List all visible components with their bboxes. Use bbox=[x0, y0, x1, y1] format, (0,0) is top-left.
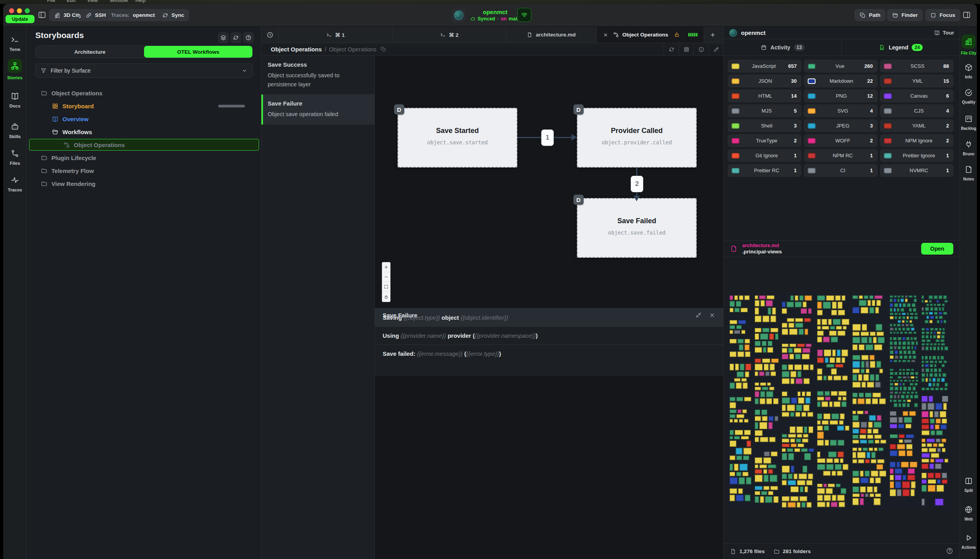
sidebar-item-docs[interactable]: Docs bbox=[3, 91, 27, 108]
right-rail-item-quality[interactable]: Quality bbox=[960, 87, 977, 104]
table-view-button[interactable] bbox=[679, 43, 693, 56]
menubar-item-view[interactable]: View bbox=[87, 0, 98, 3]
legend-item-svg[interactable]: SVG4 bbox=[804, 104, 878, 117]
right-rail-item-split[interactable]: Split bbox=[960, 476, 977, 493]
close-button[interactable] bbox=[9, 8, 14, 13]
legend-item-nvmrc[interactable]: NVMRC1 bbox=[880, 164, 954, 177]
menubar-item-window[interactable]: Window bbox=[110, 0, 128, 3]
session-icon[interactable] bbox=[261, 27, 279, 43]
sidebar-item-skills[interactable]: Skills bbox=[3, 122, 27, 139]
copy-icon[interactable] bbox=[380, 46, 386, 52]
right-rail-item-notes[interactable]: Notes bbox=[960, 164, 977, 181]
right-rail-item-actions[interactable]: Actions bbox=[960, 533, 977, 550]
zoom-button[interactable] bbox=[25, 8, 30, 13]
tour-button[interactable]: Tour bbox=[934, 30, 954, 36]
breadcrumb-secondary[interactable]: Object Operations bbox=[329, 46, 376, 53]
legend-item-cjs[interactable]: CJS4 bbox=[880, 104, 954, 117]
selected-file-card[interactable]: architecture.md .principal-views Open bbox=[724, 240, 960, 257]
legend-item-npm-ignore[interactable]: NPM Ignore2 bbox=[880, 134, 954, 147]
menubar-item-file[interactable]: File bbox=[47, 0, 55, 3]
tab-legend[interactable]: Legend 24 bbox=[842, 39, 960, 55]
connection-button[interactable] bbox=[517, 8, 531, 22]
menubar-item-edit[interactable]: Edit bbox=[67, 0, 76, 3]
legend-item-git-ignore[interactable]: Git Ignore1 bbox=[728, 149, 801, 162]
legend-item-jpeg[interactable]: JPEG3 bbox=[804, 119, 878, 132]
finder-button[interactable]: Finder bbox=[887, 9, 923, 21]
panel-right-toggle-icon[interactable] bbox=[962, 11, 971, 19]
sidebar-item-traces[interactable]: Traces bbox=[3, 175, 27, 192]
editor-tab--1[interactable]: ⌘ 1 bbox=[279, 27, 392, 43]
legend-item-html[interactable]: HTML14 bbox=[728, 89, 801, 102]
legend-item-markdown[interactable]: Markdown22 bbox=[804, 75, 878, 87]
zoom-out-button[interactable] bbox=[382, 272, 390, 282]
sidebar-item-term[interactable]: Term bbox=[3, 35, 27, 52]
editor-tab-architecture-md[interactable]: architecture.md bbox=[506, 27, 597, 43]
sidebar-item-files[interactable]: Files bbox=[3, 148, 27, 166]
edit-button[interactable] bbox=[708, 43, 723, 56]
refresh-button[interactable] bbox=[230, 32, 241, 43]
tree-item-object-operations[interactable]: Object Operations bbox=[29, 139, 259, 151]
legend-item-json[interactable]: JSON30 bbox=[728, 75, 801, 87]
legend-item-truetype[interactable]: TrueType2 bbox=[728, 134, 801, 147]
zoom-in-button[interactable] bbox=[382, 262, 390, 272]
info-button[interactable] bbox=[693, 43, 708, 56]
legend-item-ci[interactable]: CI1 bbox=[804, 164, 878, 177]
breadcrumb-primary[interactable]: Object Operations bbox=[271, 46, 322, 53]
layers-button[interactable] bbox=[218, 32, 229, 43]
flow-canvas[interactable]: D Save Started object.save.started D Pro… bbox=[375, 56, 723, 559]
traces-button[interactable]: Traces: openmct bbox=[106, 9, 160, 21]
filter-by-surface-select[interactable]: Filter by Surface bbox=[35, 64, 253, 78]
legend-item-yaml[interactable]: YAML2 bbox=[880, 119, 954, 132]
close-panel-icon[interactable] bbox=[709, 312, 715, 319]
editor-tab-object-operations[interactable]: Object Operations bbox=[597, 27, 704, 43]
menubar-item-help[interactable]: Help bbox=[135, 0, 146, 3]
right-rail-item-file-city[interactable]: File City bbox=[960, 35, 977, 55]
tree-item-object-operations[interactable]: Object Operations bbox=[27, 87, 261, 99]
right-rail-item-bruno[interactable]: Bruno bbox=[960, 139, 977, 156]
zoom-fit-button[interactable] bbox=[382, 282, 390, 292]
file-city-treemap[interactable] bbox=[728, 293, 950, 510]
collapse-panel-icon[interactable] bbox=[695, 312, 702, 319]
project-avatar[interactable] bbox=[452, 9, 465, 22]
flow-node-provider-called[interactable]: D Provider Called object.provider.called bbox=[577, 108, 697, 168]
lock-canvas-button[interactable] bbox=[382, 292, 390, 302]
tree-item-storyboard[interactable]: Storyboard bbox=[27, 100, 261, 112]
tree-item-plugin-lifecycle[interactable]: Plugin Lifecycle bbox=[27, 152, 261, 164]
legend-item-mjs[interactable]: MJS5 bbox=[728, 104, 801, 117]
legend-item-yml[interactable]: YML15 bbox=[880, 75, 954, 87]
help-button[interactable] bbox=[243, 32, 254, 43]
right-rail-item-web[interactable]: Web bbox=[960, 504, 977, 521]
legend-item-canvas[interactable]: Canvas6 bbox=[880, 89, 954, 102]
right-rail-item-info[interactable]: Info bbox=[960, 62, 977, 79]
tree-item-view-rendering[interactable]: View Rendering bbox=[27, 178, 261, 189]
new-tab-button[interactable] bbox=[704, 27, 721, 43]
legend-item-prettier-ignore[interactable]: Prettier Ignore1 bbox=[880, 149, 954, 162]
minimize-button[interactable] bbox=[17, 8, 22, 13]
close-tab-icon[interactable] bbox=[603, 32, 608, 38]
tree-item-workflows[interactable]: Workflows bbox=[27, 126, 261, 138]
legend-item-scss[interactable]: SCSS88 bbox=[880, 60, 954, 73]
scene-item-save-success[interactable]: Save SuccessObject successfully saved to… bbox=[261, 56, 374, 95]
scene-item-save-failure[interactable]: Save FailureObject save operation failed bbox=[261, 95, 374, 124]
tab-architecture[interactable]: Architecture bbox=[36, 46, 144, 58]
right-rail-item-backlog[interactable]: Backlog bbox=[960, 114, 977, 131]
tree-item-telemetry-flow[interactable]: Telemetry Flow bbox=[27, 165, 261, 177]
detail-row[interactable]: Save failed: {{error.message}} ({{error.… bbox=[375, 344, 723, 362]
legend-item-shell[interactable]: Shell3 bbox=[728, 119, 801, 132]
tab-activity[interactable]: Activity 13 bbox=[724, 39, 842, 55]
flow-node-save-failed[interactable]: D Save Failed object.save.failed bbox=[577, 198, 697, 258]
detail-row[interactable]: Using {{provider.name}} provider ({{prov… bbox=[375, 326, 723, 344]
sync-button[interactable]: Sync bbox=[157, 9, 189, 21]
legend-item-woff[interactable]: WOFF2 bbox=[804, 134, 878, 147]
legend-item-png[interactable]: PNG12 bbox=[804, 89, 878, 102]
flow-node-save-started[interactable]: D Save Started object.save.started bbox=[398, 108, 517, 168]
sidebar-item-stories[interactable]: Stories bbox=[3, 59, 27, 80]
help-button[interactable] bbox=[946, 547, 953, 556]
legend-item-javascript[interactable]: JavaScript657 bbox=[728, 60, 801, 73]
tree-item-overview[interactable]: Overview bbox=[27, 113, 261, 125]
open-file-button[interactable]: Open bbox=[921, 243, 953, 255]
update-button[interactable]: Update bbox=[5, 15, 35, 23]
editor-tab--2[interactable]: ⌘ 2 bbox=[392, 27, 506, 43]
legend-item-prettier-rc[interactable]: Prettier RC1 bbox=[728, 164, 801, 177]
panel-left-toggle-icon[interactable] bbox=[38, 11, 46, 19]
